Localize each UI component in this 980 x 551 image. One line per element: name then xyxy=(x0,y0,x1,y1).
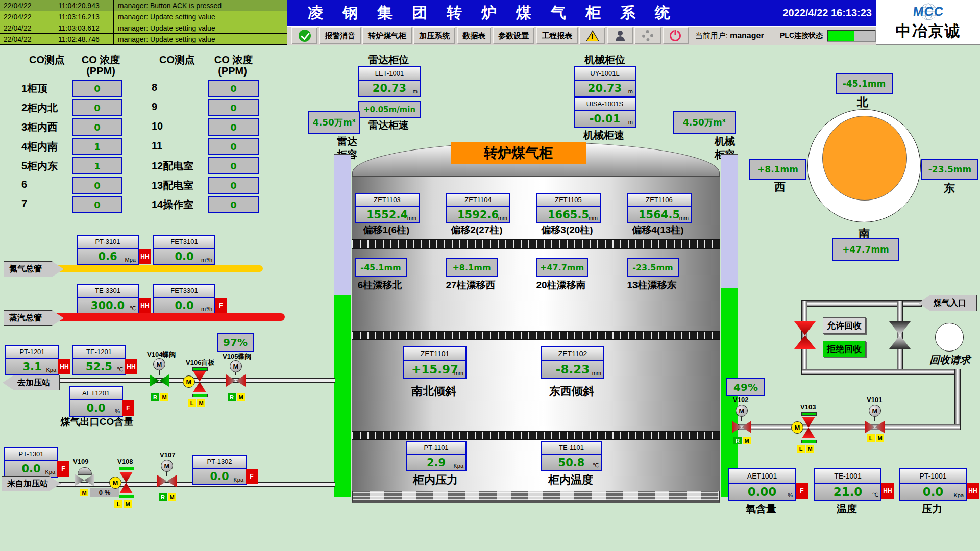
instrument-unit: mm xyxy=(454,370,463,376)
valve-open-percent: 97% xyxy=(217,333,254,352)
valve-v106-mode-tag: M xyxy=(197,399,205,407)
valve-v101-local-tag: L xyxy=(867,434,875,442)
current-user: 当前用户: manager xyxy=(695,31,764,41)
co-point-label: 6 xyxy=(21,179,27,190)
nav-gas-holder[interactable]: 转炉煤气柜 xyxy=(362,27,412,44)
co-value-box: 0 xyxy=(208,99,259,116)
valve-v106-label: V106盲板 xyxy=(186,358,214,367)
user-name: manager xyxy=(730,31,764,40)
co-outlet-label: 煤气出口CO含量 xyxy=(54,415,140,429)
valve-v105-actuator[interactable]: M xyxy=(230,360,242,372)
instrument-value: 1665.5 xyxy=(548,209,589,221)
valve-v104-actuator[interactable]: M xyxy=(153,358,165,370)
nitrogen-pipe-tag: 氮气总管 xyxy=(4,261,64,277)
alarm-row[interactable]: 22/04/22 11:04:20.943 manager: Button AC… xyxy=(0,0,287,11)
pressure-label: 压力 xyxy=(912,502,952,516)
user-button[interactable] xyxy=(607,27,633,44)
temperature-label: 温度 xyxy=(826,502,867,516)
valve-v105[interactable] xyxy=(226,374,246,387)
oxygen-label: 氧含量 xyxy=(736,502,787,516)
nav-param-settings[interactable]: 参数设置 xyxy=(493,27,534,44)
alarm-summary-button[interactable] xyxy=(579,27,605,44)
valve-v103[interactable] xyxy=(802,417,815,438)
settings-button[interactable] xyxy=(634,27,660,44)
valve-v101-mode-tag: M xyxy=(876,434,884,442)
hh-alarm-badge: HH xyxy=(881,483,894,499)
gas-inlet-tag: 煤气入口 xyxy=(919,295,977,311)
company-logo: MCC 中冶京诚 xyxy=(876,0,980,45)
instrument-value: 20.73 xyxy=(588,82,622,94)
plc-status: PLC连接状态 xyxy=(780,30,876,42)
alarm-time: 11:02:48.746 xyxy=(55,34,114,44)
co-header-conc-1: CO 浓度 xyxy=(71,53,130,67)
valve-v104-mode-tag: M xyxy=(160,393,168,401)
alarm-row[interactable]: 22/04/22 11:02:48.746 manager: Update se… xyxy=(0,34,287,45)
recycle-shutoff-valve[interactable] xyxy=(794,321,816,349)
nav-pressurize[interactable]: 加压系统 xyxy=(413,27,455,44)
instrument-tag: UY-1001L xyxy=(575,67,635,81)
valve-v107-actuator[interactable]: M xyxy=(161,460,173,472)
mcc-logo-text: MCC xyxy=(912,4,944,19)
allow-recycle-button[interactable]: 允许回收 xyxy=(823,317,866,334)
instrument-unit: Kpa xyxy=(453,463,463,469)
instrument-tag: PT-1201 xyxy=(6,346,58,359)
uisa-1001s-display: UISA-1001S -0.01m xyxy=(574,97,636,128)
instrument-tag: PT-3101 xyxy=(78,236,138,249)
recycle-bypass-valve[interactable] xyxy=(889,321,911,349)
valve-v109-label: V109 xyxy=(73,458,88,465)
co-value-box: 0 xyxy=(72,80,122,97)
instrument-value: 0.0 xyxy=(86,402,105,414)
valve-v102-remote-tag: R xyxy=(733,437,742,444)
instrument-tag: FET3101 xyxy=(154,236,214,249)
instrument-value: 20.73 xyxy=(373,82,406,94)
instrument-tag: TE-3301 xyxy=(78,285,138,298)
hh-alarm-badge: HH xyxy=(967,483,979,499)
power-icon xyxy=(670,30,681,41)
check-icon xyxy=(299,30,311,42)
instrument-tag: PT-1302 xyxy=(193,456,246,469)
level-column-left xyxy=(334,154,351,497)
co-value-box: 1 xyxy=(72,157,122,174)
instrument-tag: FET3301 xyxy=(154,285,214,298)
alarm-row[interactable]: 22/04/22 11:03:16.213 manager: Update se… xyxy=(0,11,287,22)
valve-v101-actuator[interactable]: M xyxy=(869,405,881,417)
instrument-tag: AET1201 xyxy=(70,387,122,400)
co-value-box: 0 xyxy=(72,118,122,136)
blind-plate-bar xyxy=(801,440,817,443)
pipe-label: 去加压站 xyxy=(17,378,50,388)
tank-rack-band xyxy=(352,431,720,440)
instrument-unit: % xyxy=(788,492,793,498)
instrument-unit: ℃ xyxy=(872,492,878,498)
recycle-pipe-top xyxy=(804,300,922,307)
ack-button[interactable] xyxy=(291,27,317,44)
instrument-value: 0.00 xyxy=(748,485,777,498)
alarm-message-list: 22/04/22 11:04:20.943 manager: Button AC… xyxy=(0,0,287,45)
valve-v104[interactable] xyxy=(150,374,169,387)
co-value-box: 0 xyxy=(208,138,259,155)
nav-data-table[interactable]: 数据表 xyxy=(457,27,491,44)
fet3101-display: FET3101 0.0m³/h xyxy=(153,235,215,265)
valve-v107[interactable] xyxy=(157,475,177,487)
valve-v107-label: V107 xyxy=(160,451,175,459)
gas-holder-tank: 转炉煤气柜 ZET1103 1552.4mm ZET1104 1592.6mm … xyxy=(352,142,720,503)
nav-alarm-mute[interactable]: 报警消音 xyxy=(319,27,361,44)
co-value-box: 0 xyxy=(208,118,259,136)
valve-v101[interactable] xyxy=(865,421,885,433)
valve-v102[interactable] xyxy=(732,421,751,433)
alarm-row[interactable]: 22/04/22 11:03:03.612 manager: Update se… xyxy=(0,22,287,34)
blind-plate-bar xyxy=(192,394,208,397)
valve-v109[interactable] xyxy=(75,474,94,486)
instrument-unit: mm xyxy=(498,215,507,221)
instrument-value: 0.0 xyxy=(175,299,193,312)
valve-v102-actuator[interactable]: M xyxy=(736,405,748,417)
pipe-label: 氮气总管 xyxy=(9,264,42,274)
alarm-time: 11:04:20.943 xyxy=(55,0,114,11)
valve-v102-label: V102 xyxy=(733,396,748,404)
instrument-unit: m xyxy=(628,119,633,125)
valve-v106[interactable] xyxy=(193,371,206,392)
nav-report[interactable]: 工程报表 xyxy=(536,27,578,44)
reject-recycle-button[interactable]: 拒绝回收 xyxy=(823,341,866,357)
valve-v108[interactable] xyxy=(119,472,133,493)
mech-capacity-value: 4.50万m³ xyxy=(673,111,736,134)
exit-button[interactable] xyxy=(663,27,689,44)
